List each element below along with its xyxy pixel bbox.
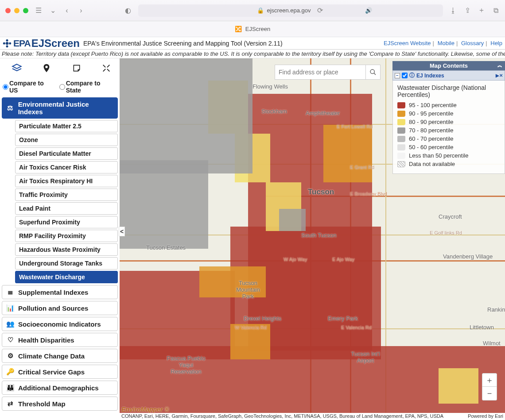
legend-swatch	[397, 127, 405, 134]
share-icon[interactable]: ⇪	[463, 7, 471, 15]
ej-sub-lead-paint[interactable]: Lead Paint	[15, 202, 118, 215]
ej-sub-hazardous-waste-proximity[interactable]: Hazardous Waste Proximity	[15, 243, 118, 256]
map-contents-header[interactable]: Map Contents ︽	[392, 61, 505, 70]
group-icon: ⚙	[6, 352, 15, 360]
legend-swatch	[397, 111, 405, 117]
group-critical-service-gaps[interactable]: 🔑Critical Service Gaps	[2, 365, 118, 379]
group-ej-indexes[interactable]: ⚖ Environmental Justice Indexes	[2, 97, 118, 119]
url-bar[interactable]: 🔒 ejscreen.epa.gov 🔊 ⟳	[138, 4, 443, 17]
map-canvas[interactable]: Tucson South Tucson Flowing Wells Stockh…	[120, 58, 505, 420]
tabs-icon[interactable]: ⧉	[492, 7, 500, 15]
close-window-icon[interactable]	[5, 8, 11, 13]
window-controls[interactable]	[5, 8, 28, 13]
map-attribution: CONANP, Esri, HERE, Garmin, Foursquare, …	[120, 413, 505, 420]
ej-sub-air-toxics-cancer-risk[interactable]: Air Toxics Cancer Risk	[15, 161, 118, 173]
group-icon: 📊	[6, 304, 15, 312]
link-mobile[interactable]: Mobile	[438, 40, 454, 46]
epa-logo: EPA	[3, 38, 31, 49]
downloads-icon[interactable]: ⭳	[449, 7, 457, 15]
group-icon: 👥	[6, 320, 15, 328]
compare-selector: Compare to US Compare to State	[2, 78, 118, 96]
tools-icon[interactable]	[100, 62, 113, 75]
maximize-window-icon[interactable]	[23, 8, 28, 13]
layer-checkbox[interactable]	[402, 73, 408, 78]
svg-point-1	[6, 39, 8, 41]
legend-label: 50 - 60 percentile	[409, 144, 453, 150]
search-button[interactable]	[365, 65, 381, 80]
sidebar-collapse-handle[interactable]: <	[119, 227, 125, 236]
group-socioeconomic-indicators[interactable]: 👥Socioeconomic Indicators	[2, 317, 118, 331]
compare-state-radio[interactable]: Compare to State	[59, 80, 117, 94]
ej-index-list: Particulate Matter 2.5OzoneDiesel Partic…	[15, 120, 118, 283]
header-links: EJScreen Website| Mobile| Glossary| Help	[384, 40, 502, 46]
sidebar-toggle-icon[interactable]: ☰	[35, 7, 43, 15]
epa-text: EPA	[13, 38, 31, 49]
ej-sub-ozone[interactable]: Ozone	[15, 134, 118, 146]
legend-swatch	[397, 161, 405, 167]
note-icon[interactable]	[70, 62, 83, 75]
ej-sub-traffic-proximity[interactable]: Traffic Proximity	[15, 189, 118, 201]
compare-us-radio[interactable]: Compare to US	[3, 80, 54, 94]
location-pin-icon[interactable]	[40, 62, 53, 75]
zoom-out-button[interactable]: −	[482, 387, 497, 400]
shield-icon[interactable]: ◐	[124, 7, 132, 15]
ej-sub-wastewater-discharge[interactable]: Wastewater Discharge	[15, 271, 118, 283]
forward-icon[interactable]: ›	[77, 7, 85, 15]
group-icon: ♡	[6, 336, 15, 344]
zoom-in-button[interactable]: ＋	[482, 374, 497, 387]
ej-sub-air-toxics-respiratory-hi[interactable]: Air Toxics Respiratory HI	[15, 175, 118, 187]
url-text: ejscreen.epa.gov	[267, 7, 311, 14]
search-input[interactable]	[275, 65, 365, 80]
chevron-down-icon[interactable]: ⌄	[49, 7, 57, 15]
tab-favicon-icon: 🔀	[235, 26, 242, 32]
link-help[interactable]: Help	[490, 40, 502, 46]
svg-line-7	[374, 73, 376, 75]
ej-sub-diesel-particulate-matter[interactable]: Diesel Particulate Matter	[15, 147, 118, 160]
svg-marker-5	[12, 64, 21, 69]
group-health-disparities[interactable]: ♡Health Disparities	[2, 333, 118, 347]
zoom-control: ＋ −	[482, 373, 497, 401]
link-website[interactable]: EJScreen Website	[384, 40, 431, 46]
app-header: EPA EJScreen EPA's Environmental Justice…	[0, 37, 505, 50]
group-pollution-and-sources[interactable]: 📊Pollution and Sources	[2, 301, 118, 315]
ej-sub-superfund-proximity[interactable]: Superfund Proximity	[15, 216, 118, 228]
group-climate-change-data[interactable]: ⚙Climate Change Data	[2, 349, 118, 363]
back-icon[interactable]: ‹	[63, 7, 71, 15]
svg-point-3	[3, 42, 5, 44]
reload-icon[interactable]: ⟳	[316, 7, 324, 15]
ej-sub-particulate-matter-2-5[interactable]: Particulate Matter 2.5	[15, 120, 118, 132]
legend-row: 80 - 90 percentile	[397, 119, 500, 125]
enviromapper-logo: EnviroMapper ®	[121, 406, 169, 413]
group-threshold-map[interactable]: ⇄Threshold Map	[2, 397, 118, 411]
layers-icon[interactable]	[10, 62, 23, 75]
link-glossary[interactable]: Glossary	[461, 40, 484, 46]
group-additional-demographics[interactable]: 👪Additional Demographics	[2, 381, 118, 395]
new-tab-icon[interactable]: ＋	[478, 7, 486, 15]
svg-point-6	[370, 69, 374, 73]
browser-tab-bar: 🔀 EJScreen	[0, 21, 505, 37]
legend-label: Data not available	[409, 161, 455, 167]
territory-note: Please note: Territory data (except Puer…	[0, 50, 505, 58]
info-icon[interactable]: ⓘ	[409, 72, 415, 79]
scales-icon: ⚖	[6, 104, 15, 112]
legend-row: 60 - 70 percentile	[397, 135, 500, 142]
legend-row: 50 - 60 percentile	[397, 144, 500, 150]
legend-layer-row[interactable]: − ⓘ EJ Indexes ▶✕	[392, 70, 505, 81]
collapse-up-icon[interactable]: ︽	[497, 62, 502, 69]
legend-label: 60 - 70 percentile	[409, 135, 453, 142]
legend-row: Less than 50 percentile	[397, 152, 500, 159]
group-icon: ⇄	[6, 400, 15, 408]
legend-swatch	[397, 144, 405, 150]
search-icon	[369, 69, 377, 76]
map-search	[275, 65, 381, 80]
legend-row: 90 - 95 percentile	[397, 110, 500, 117]
legend-label: 70 - 80 percentile	[409, 127, 453, 134]
tab-title[interactable]: EJScreen	[245, 26, 270, 32]
group-icon: 🔑	[6, 368, 15, 376]
ej-sub-underground-storage-tanks[interactable]: Underground Storage Tanks	[15, 257, 118, 270]
group-supplemental-indexes[interactable]: ≣Supplemental Indexes	[2, 285, 118, 299]
minus-icon[interactable]: −	[395, 73, 400, 78]
svg-point-0	[6, 42, 9, 45]
ej-sub-rmp-facility-proximity[interactable]: RMP Facility Proximity	[15, 230, 118, 242]
minimize-window-icon[interactable]	[14, 8, 19, 13]
